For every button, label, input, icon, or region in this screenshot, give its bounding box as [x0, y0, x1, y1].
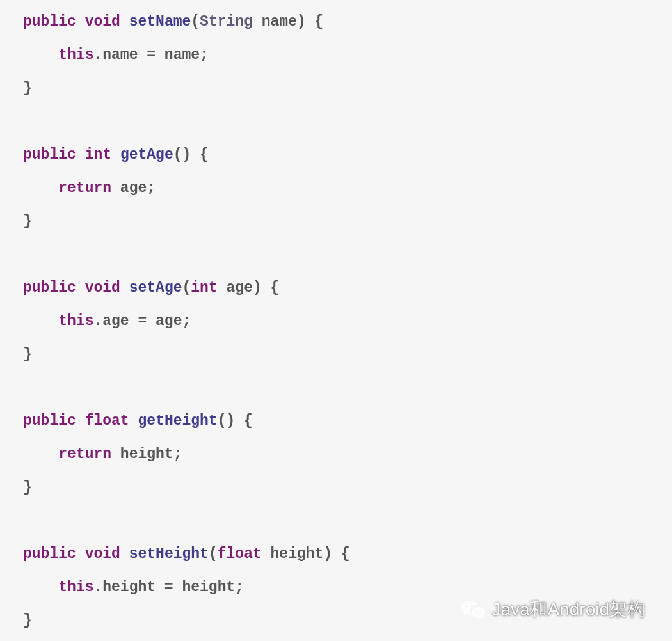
- code-token: [76, 13, 85, 30]
- code-token: void: [85, 546, 120, 562]
- code-token: {: [235, 413, 253, 429]
- code-token: [23, 446, 58, 463]
- code-token: .name = name;: [93, 47, 208, 63]
- code-token: (: [182, 280, 191, 296]
- code-token: }: [23, 346, 32, 363]
- code-token: (: [191, 13, 200, 30]
- code-token: {: [306, 13, 324, 30]
- code-token: }: [23, 479, 32, 496]
- code-token: }: [23, 213, 32, 230]
- code-line: return age;: [23, 180, 156, 196]
- code-token: (): [173, 146, 191, 163]
- code-token: height;: [111, 446, 182, 463]
- code-token: return: [58, 446, 111, 463]
- code-line: }: [23, 346, 32, 363]
- code-token: (): [218, 413, 236, 429]
- code-token: float: [85, 413, 129, 429]
- code-line: public void setName(String name) {: [23, 13, 323, 30]
- watermark: Java和Android架构: [461, 597, 645, 622]
- code-token: [120, 280, 129, 296]
- code-token: void: [85, 280, 120, 296]
- code-token: [120, 13, 129, 30]
- code-token: name: [253, 13, 297, 30]
- code-token: setName: [129, 13, 191, 30]
- code-token: public: [23, 13, 76, 30]
- code-token: [23, 313, 58, 329]
- code-token: this: [58, 313, 93, 329]
- code-token: [23, 180, 58, 196]
- code-token: }: [23, 612, 32, 629]
- code-token: setAge: [129, 280, 182, 296]
- code-token: {: [191, 146, 209, 163]
- code-token: {: [262, 280, 280, 296]
- code-line: this.age = age;: [23, 313, 191, 329]
- code-token: float: [218, 546, 262, 562]
- code-token: public: [23, 146, 76, 163]
- code-token: this: [58, 47, 93, 63]
- code-token: [120, 546, 129, 562]
- code-token: public: [23, 280, 76, 296]
- code-token: age;: [111, 180, 156, 196]
- code-token: this: [58, 579, 93, 596]
- code-token: String: [200, 13, 253, 30]
- code-token: return: [58, 180, 111, 196]
- code-line: public void setAge(int age) {: [23, 280, 279, 296]
- code-token: setHeight: [129, 546, 209, 562]
- code-token: [23, 47, 58, 63]
- code-token: [76, 413, 85, 429]
- code-token: [111, 146, 120, 163]
- code-token: {: [332, 546, 350, 562]
- code-line: }: [23, 213, 32, 230]
- code-token: height: [262, 546, 324, 562]
- watermark-text: Java和Android架构: [492, 597, 645, 622]
- code-token: .age = age;: [93, 313, 191, 329]
- code-line: return height;: [23, 446, 182, 463]
- code-line: this.name = name;: [23, 47, 209, 63]
- code-token: }: [23, 80, 32, 97]
- code-token: getHeight: [138, 413, 217, 429]
- code-token: getAge: [120, 146, 173, 163]
- code-line: public int getAge() {: [23, 146, 209, 163]
- code-token: public: [23, 546, 76, 562]
- code-token: [129, 413, 138, 429]
- code-token: [76, 546, 85, 562]
- code-token: [76, 146, 85, 163]
- code-token: age: [218, 280, 253, 296]
- code-token: [76, 280, 85, 296]
- code-token: void: [85, 13, 120, 30]
- code-token: int: [85, 146, 111, 163]
- code-token: .height = height;: [93, 579, 244, 596]
- code-line: public void setHeight(float height) {: [23, 546, 350, 562]
- code-line: public float getHeight() {: [23, 413, 253, 429]
- code-token: [23, 579, 58, 596]
- code-token: public: [23, 413, 76, 429]
- code-token: (: [209, 546, 218, 562]
- code-token: ): [253, 280, 262, 296]
- code-line: }: [23, 479, 32, 496]
- code-token: ): [297, 13, 306, 30]
- code-token: ): [323, 546, 332, 562]
- code-line: }: [23, 612, 32, 629]
- code-token: int: [191, 280, 217, 296]
- code-line: this.height = height;: [23, 579, 244, 596]
- code-block: public void setName(String name) { this.…: [0, 0, 672, 637]
- code-line: }: [23, 80, 32, 97]
- wechat-icon: [461, 599, 485, 621]
